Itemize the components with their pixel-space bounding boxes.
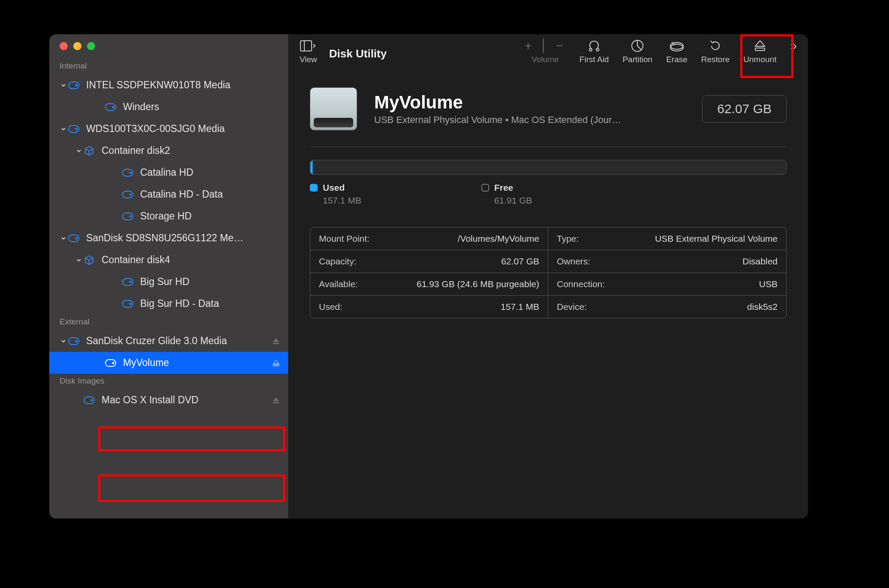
restore-button[interactable]: Restore bbox=[701, 39, 730, 64]
sidebar-item-intel-ssdpeknw010t8-media[interactable]: INTEL SSDPEKNW010T8 Media bbox=[49, 74, 288, 96]
sidebar-item-sandisk-cruzer-glide-3-0-media[interactable]: SanDisk Cruzer Glide 3.0 Media bbox=[49, 330, 288, 352]
disk-icon bbox=[67, 234, 80, 243]
close-icon[interactable] bbox=[60, 42, 68, 50]
volume-subtitle: USB External Physical Volume • Mac OS Ex… bbox=[374, 114, 621, 126]
svg-point-5 bbox=[76, 128, 77, 129]
info-key: Connection: bbox=[557, 279, 605, 289]
unmount-button[interactable]: Unmount bbox=[743, 39, 776, 64]
usage-bar bbox=[310, 160, 787, 175]
chevron-down-icon bbox=[60, 235, 67, 241]
erase-icon bbox=[670, 39, 684, 53]
legend-used: Used 157.1 MB bbox=[310, 183, 361, 206]
restore-icon bbox=[709, 39, 722, 53]
erase-button[interactable]: Erase bbox=[666, 39, 688, 64]
info-key: Capacity: bbox=[319, 256, 357, 267]
sidebar-item-big-sur-hd[interactable]: Big Sur HD bbox=[49, 271, 288, 293]
disk-icon bbox=[121, 168, 134, 177]
sidebar-item-label: SanDisk Cruzer Glide 3.0 Media bbox=[86, 335, 288, 347]
sidebar-icon bbox=[300, 39, 316, 53]
sidebar-item-myvolume[interactable]: MyVolume bbox=[49, 352, 288, 374]
view-label: View bbox=[300, 55, 317, 64]
sidebar-item-label: Catalina HD bbox=[140, 167, 288, 178]
eject-icon[interactable] bbox=[272, 359, 280, 367]
sidebar-item-storage-hd[interactable]: Storage HD bbox=[49, 205, 288, 227]
volume-size: 62.07 GB bbox=[702, 95, 787, 123]
svg-point-11 bbox=[130, 216, 131, 217]
sidebar-item-sandisk-sd8sn8u256g1122-me[interactable]: SanDisk SD8SN8U256G1122 Me… bbox=[49, 227, 288, 249]
chevron-down-icon bbox=[75, 257, 83, 263]
svg-marker-28 bbox=[273, 397, 279, 401]
view-menu[interactable]: View bbox=[300, 39, 317, 64]
legend-free-label: Free bbox=[494, 183, 513, 193]
volume-controls: + │ − Volume bbox=[525, 39, 566, 64]
info-key: Owners: bbox=[557, 256, 590, 267]
svg-point-15 bbox=[130, 281, 131, 282]
svg-rect-25 bbox=[273, 365, 279, 366]
sidebar-item-label: Winders bbox=[123, 101, 288, 113]
sidebar-item-mac-os-x-install-dvd[interactable]: Mac OS X Install DVD bbox=[49, 389, 288, 411]
volume-label: Volume bbox=[532, 55, 559, 64]
disk-utility-window: Internal INTEL SSDPEKNW010T8 MediaWinder… bbox=[49, 34, 808, 519]
first-aid-icon bbox=[587, 39, 601, 53]
sidebar-item-wds100t3x0c-00sjg0-media[interactable]: WDS100T3X0C-00SJG0 Media bbox=[49, 118, 288, 140]
main-panel: View Disk Utility + │ − Volume bbox=[288, 34, 808, 519]
first-aid-button[interactable]: First Aid bbox=[580, 39, 609, 64]
sidebar-item-container-disk4[interactable]: Container disk4 bbox=[49, 249, 288, 271]
partition-label: Partition bbox=[622, 55, 652, 64]
svg-rect-29 bbox=[273, 402, 279, 403]
drive-icon bbox=[310, 87, 357, 130]
sidebar-item-label: Mac OS X Install DVD bbox=[102, 394, 288, 406]
disk-icon bbox=[121, 277, 134, 287]
overflow-button[interactable]: » bbox=[790, 39, 797, 53]
info-cell: Used:157.1 MB bbox=[310, 296, 548, 318]
svg-rect-21 bbox=[273, 343, 279, 344]
svg-point-7 bbox=[130, 172, 131, 173]
svg-marker-20 bbox=[273, 338, 279, 342]
minimize-icon[interactable] bbox=[73, 42, 81, 50]
disk-icon bbox=[104, 358, 117, 368]
sidebar-item-winders[interactable]: Winders bbox=[49, 96, 288, 118]
sidebar-item-catalina-hd[interactable]: Catalina HD bbox=[49, 162, 288, 183]
sidebar-item-label: INTEL SSDPEKNW010T8 Media bbox=[86, 79, 288, 91]
svg-point-3 bbox=[113, 106, 114, 108]
content: MyVolume USB External Physical Volume • … bbox=[288, 73, 808, 318]
sidebar-item-catalina-hd-data[interactable]: Catalina HD - Data bbox=[49, 183, 288, 205]
info-cell: Mount Point:/Volumes/MyVolume bbox=[310, 228, 548, 250]
chevron-down-icon bbox=[60, 82, 67, 88]
info-value: USB External Physical Volume bbox=[655, 234, 778, 244]
disk-icon bbox=[121, 190, 134, 199]
disk-icon bbox=[83, 396, 96, 405]
disk-icon bbox=[104, 102, 117, 112]
svg-rect-39 bbox=[755, 48, 765, 51]
container-icon bbox=[83, 255, 96, 265]
svg-point-17 bbox=[130, 303, 131, 304]
partition-button[interactable]: Partition bbox=[622, 39, 652, 64]
restore-label: Restore bbox=[701, 55, 730, 64]
window-controls bbox=[49, 42, 288, 59]
info-value: 61.93 GB (24.6 MB purgeable) bbox=[417, 279, 539, 289]
info-value: Disabled bbox=[742, 256, 778, 267]
fullscreen-icon[interactable] bbox=[87, 42, 95, 50]
info-key: Device: bbox=[557, 302, 587, 312]
chevron-down-icon bbox=[60, 126, 67, 132]
svg-point-1 bbox=[76, 84, 77, 86]
sidebar-item-container-disk2[interactable]: Container disk2 bbox=[49, 140, 288, 162]
swatch-used-icon bbox=[310, 184, 318, 192]
eject-icon[interactable] bbox=[272, 337, 280, 345]
app-title: Disk Utility bbox=[329, 47, 387, 60]
eject-icon[interactable] bbox=[272, 396, 280, 405]
svg-point-9 bbox=[130, 194, 131, 195]
chevrons-right-icon: » bbox=[790, 39, 797, 53]
svg-point-36 bbox=[670, 42, 683, 49]
sidebar-item-label: Storage HD bbox=[140, 210, 288, 222]
volume-header: MyVolume USB External Physical Volume • … bbox=[310, 87, 787, 130]
usage-used-segment bbox=[310, 160, 313, 174]
section-disk-images: Disk Images bbox=[49, 374, 288, 389]
toolbar: View Disk Utility + │ − Volume bbox=[288, 34, 808, 73]
partition-icon bbox=[631, 39, 644, 53]
legend-used-label: Used bbox=[323, 183, 345, 193]
info-key: Mount Point: bbox=[319, 234, 369, 244]
sidebar-item-big-sur-hd-data[interactable]: Big Sur HD - Data bbox=[49, 293, 288, 315]
volume-name: MyVolume bbox=[374, 92, 621, 113]
info-table: Mount Point:/Volumes/MyVolumeCapacity:62… bbox=[310, 227, 787, 318]
